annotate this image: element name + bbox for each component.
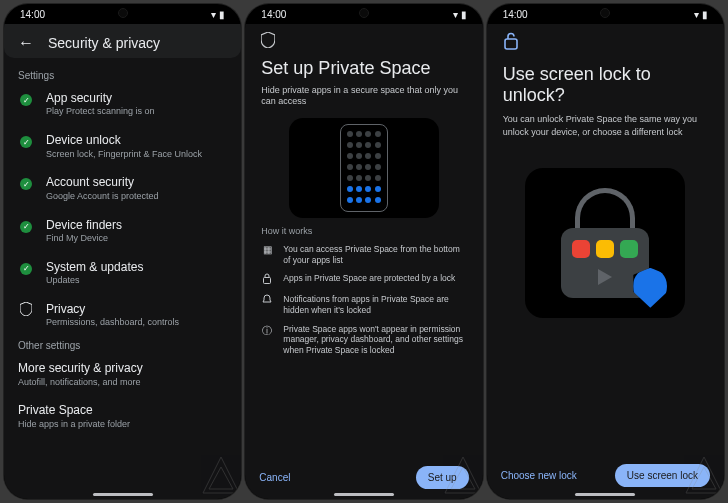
nav-pill[interactable] [575,493,635,496]
lock-illustration [525,168,685,318]
row-account-security[interactable]: ✓ Account security Google Account is pro… [4,167,241,209]
svg-marker-7 [692,467,716,489]
page-title: Security & privacy [48,35,160,51]
camera-hole [359,8,369,18]
setup-subtitle: Hide private apps in a secure space that… [261,85,466,108]
row-subtitle: Play Protect scanning is on [46,106,155,117]
app-icon [620,240,638,258]
svg-rect-5 [505,39,517,49]
status-time: 14:00 [503,9,528,20]
status-icons: ▾▮ [694,9,708,20]
choose-new-lock-button[interactable]: Choose new lock [501,470,577,481]
setup-illustration [289,118,439,218]
lock-title: Use screen lock to unlock? [503,64,708,105]
header-bar: ← Security & privacy [4,24,241,58]
app-icon [572,240,590,258]
check-icon: ✓ [20,221,32,233]
row-more-security[interactable]: More security & privacy Autofill, notifi… [4,353,241,395]
info-icon: ⓘ [261,324,273,338]
row-title: App security [46,91,155,105]
svg-marker-4 [451,467,475,489]
check-icon: ✓ [20,178,32,190]
watermark-icon [443,455,483,495]
phone-setup-private-space: 14:00 ▾▮ Set up Private Space Hide priva… [245,4,482,499]
row-subtitle: Google Account is protected [46,191,159,202]
shield-icon [261,32,466,51]
row-subtitle: Updates [46,275,143,286]
how-text: You can access Private Space from the bo… [283,244,466,265]
play-icon [598,269,612,285]
camera-hole [118,8,128,18]
status-icons: ▾▮ [211,9,225,20]
status-bar: 14:00 ▾▮ [487,4,724,24]
row-title: Account security [46,175,159,189]
watermark-icon [684,455,724,495]
how-row-hidden: ⓘ Private Space apps won't appear in per… [261,320,466,360]
lock-subtitle: You can unlock Private Space the same wa… [503,113,708,137]
cancel-button[interactable]: Cancel [259,472,290,483]
row-subtitle: Autofill, notifications, and more [18,377,143,388]
row-device-finders[interactable]: ✓ Device finders Find My Device [4,210,241,252]
check-icon: ✓ [20,94,32,106]
nav-pill[interactable] [334,493,394,496]
screen-security: ← Security & privacy Settings ✓ App secu… [4,24,241,499]
how-it-works-label: How it works [261,226,466,236]
row-title: More security & privacy [18,361,143,375]
how-text: Private Space apps won't appear in permi… [283,324,466,356]
check-icon: ✓ [20,263,32,275]
lock-icon [261,273,273,286]
how-row-lock: Apps in Private Space are protected by a… [261,269,466,290]
svg-marker-1 [209,467,233,489]
camera-hole [600,8,610,18]
row-title: Privacy [46,302,179,316]
watermark-icon [201,455,241,495]
status-bar: 14:00 ▾▮ [245,4,482,24]
nav-pill[interactable] [93,493,153,496]
status-bar: 14:00 ▾▮ [4,4,241,24]
how-row-access: ▦ You can access Private Space from the … [261,240,466,269]
how-text: Notifications from apps in Private Space… [283,294,466,315]
svg-marker-3 [445,457,481,493]
shield-icon [20,302,32,319]
row-title: System & updates [46,260,143,274]
row-subtitle: Screen lock, Fingerprint & Face Unlock [46,149,202,160]
row-subtitle: Permissions, dashboard, controls [46,317,179,328]
section-label-other: Other settings [4,336,241,353]
check-icon: ✓ [20,136,32,148]
row-title: Device unlock [46,133,202,147]
row-device-unlock[interactable]: ✓ Device unlock Screen lock, Fingerprint… [4,125,241,167]
svg-marker-6 [686,457,722,493]
mini-phone-illustration [340,124,388,212]
section-label-settings: Settings [4,66,241,83]
screen-setup: Set up Private Space Hide private apps i… [245,24,482,499]
row-title: Device finders [46,218,122,232]
phone-security-settings: 14:00 ▾▮ ← Security & privacy Settings ✓… [4,4,241,499]
svg-rect-2 [264,278,271,284]
setup-title: Set up Private Space [261,59,466,79]
bell-icon [261,294,273,307]
svg-marker-0 [203,457,239,493]
status-time: 14:00 [20,9,45,20]
row-privacy[interactable]: Privacy Permissions, dashboard, controls [4,294,241,336]
row-subtitle: Find My Device [46,233,122,244]
phone-use-screen-lock: 14:00 ▾▮ Use screen lock to unlock? You … [487,4,724,499]
app-icon [596,240,614,258]
screen-lock-choice: Use screen lock to unlock? You can unloc… [487,24,724,499]
row-subtitle: Hide apps in a private folder [18,419,130,430]
row-title: Private Space [18,403,130,417]
how-text: Apps in Private Space are protected by a… [283,273,455,284]
row-private-space[interactable]: Private Space Hide apps in a private fol… [4,395,241,437]
status-icons: ▾▮ [453,9,467,20]
row-app-security[interactable]: ✓ App security Play Protect scanning is … [4,83,241,125]
shield-badge-icon [633,268,667,308]
back-icon[interactable]: ← [18,34,34,52]
how-row-notif: Notifications from apps in Private Space… [261,290,466,319]
grid-icon: ▦ [261,244,273,255]
status-time: 14:00 [261,9,286,20]
lock-open-icon [503,32,708,54]
row-system-updates[interactable]: ✓ System & updates Updates [4,252,241,294]
